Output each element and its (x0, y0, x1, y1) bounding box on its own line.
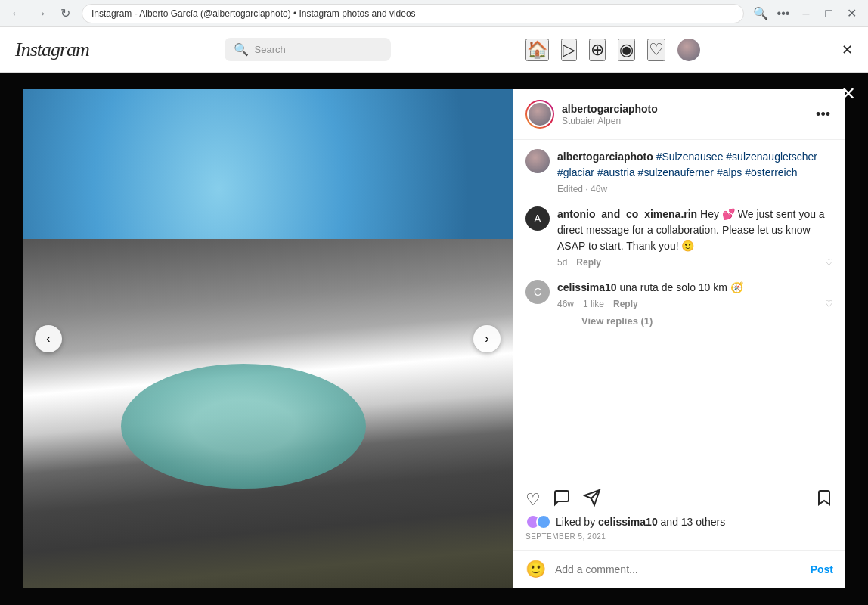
search-icon: 🔍 (234, 42, 249, 57)
comment-2-username[interactable]: celissima10 (557, 281, 617, 293)
search-bar[interactable]: 🔍 Search (225, 38, 391, 61)
comment-2-meta: 46w 1 like Reply ♡ (557, 299, 833, 309)
main-content: Instagram 🔍 Search 🏠 ▷ ⊕ ◉ ♡ ✕ ‹ › (0, 27, 868, 605)
instagram-header: Instagram 🔍 Search 🏠 ▷ ⊕ ◉ ♡ ✕ (0, 27, 868, 73)
next-photo-button[interactable]: › (473, 325, 501, 352)
action-icons: ♡ (525, 482, 833, 514)
chevron-right-icon: › (485, 332, 488, 346)
comment-1-content: antonio_and_co_ximena.rin Hey 💕 We just … (557, 206, 833, 268)
heart-action-icon: ♡ (525, 490, 541, 510)
emoji-button[interactable]: 🙂 (525, 560, 546, 579)
browser-actions: 🔍 ••• – □ ✕ (750, 3, 862, 24)
post-avatar-ring (525, 100, 554, 129)
post-header: albertogarciaphoto Stubaier Alpen ••• (513, 89, 845, 140)
comment-1-text: antonio_and_co_ximena.rin Hey 💕 We just … (557, 206, 833, 254)
comment-2-content: celissima10 una ruta de solo 10 km 🧭 46w… (557, 280, 833, 327)
comment-1-reply-button[interactable]: Reply (576, 257, 601, 268)
back-button[interactable]: ← (6, 3, 27, 24)
prev-photo-button[interactable]: ‹ (35, 325, 62, 352)
likes-avatar-stack (525, 514, 547, 529)
close-modal-top[interactable]: ✕ (842, 42, 853, 58)
caption-username[interactable]: albertogarciaphoto (557, 150, 653, 163)
header-nav: 🏠 ▷ ⊕ ◉ ♡ (525, 39, 700, 61)
likes-info: Liked by celissima10 and 13 others (525, 514, 833, 529)
modal-container: ‹ › albertogarciaphoto Stubaier Alpen (23, 89, 845, 588)
heart-icon[interactable]: ♡ (647, 39, 665, 61)
mountain-photo (23, 89, 513, 588)
comment-1-like-button[interactable]: ♡ (825, 257, 833, 268)
likes-avatar-2 (536, 514, 551, 529)
minimize-button[interactable]: – (795, 3, 817, 24)
edited-note: Edited · 46w (557, 184, 833, 194)
zoom-button[interactable]: 🔍 (750, 3, 771, 24)
page-title: Instagram - Alberto García (@albertogarc… (91, 8, 416, 19)
post-more-button[interactable]: ••• (813, 104, 833, 126)
view-replies-text: View replies (1) (581, 315, 653, 327)
comment-2-avatar: C (525, 280, 550, 304)
explore-icon[interactable]: ▷ (561, 39, 577, 61)
instagram-logo: Instagram (15, 39, 89, 61)
photo-side: ‹ › (23, 89, 513, 588)
view-replies[interactable]: View replies (1) (557, 315, 833, 327)
post-location: Stubaier Alpen (562, 116, 805, 126)
chevron-left-icon: ‹ (46, 332, 50, 346)
search-placeholder: Search (255, 44, 286, 55)
bookmark-button[interactable] (815, 489, 833, 511)
liked-by-label: Liked by (556, 516, 595, 528)
comment-2-body: una ruta de solo 10 km 🧭 (620, 281, 743, 293)
details-side: albertogarciaphoto Stubaier Alpen ••• (513, 89, 845, 588)
emoji-icon: 🙂 (525, 560, 546, 579)
comment-2-like-button[interactable]: ♡ (825, 299, 833, 309)
maximize-button[interactable]: □ (818, 3, 839, 24)
comment-2-reply-button[interactable]: Reply (613, 299, 638, 309)
profile-avatar[interactable] (677, 39, 700, 61)
home-icon[interactable]: 🏠 (525, 39, 549, 61)
share-button[interactable] (583, 489, 601, 511)
replies-line (557, 321, 575, 321)
caption-text: albertogarciaphoto #Sulzenausee #sulzena… (557, 149, 833, 181)
likes-text: Liked by celissima10 and 13 others (556, 516, 725, 528)
comment-action-icon (553, 489, 571, 511)
browser-controls: ← → ↻ (6, 3, 76, 24)
like-button[interactable]: ♡ (525, 490, 541, 510)
comment-2-time: 46w (557, 299, 574, 309)
comment-1: A antonio_and_co_ximena.rin Hey 💕 We jus… (525, 206, 833, 268)
reels-icon[interactable]: ◉ (618, 39, 635, 61)
create-icon[interactable]: ⊕ (589, 39, 606, 61)
more-options-icon: ••• (816, 107, 830, 122)
post-info: albertogarciaphoto Stubaier Alpen (562, 103, 805, 126)
comment-1-username[interactable]: antonio_and_co_ximena.rin (557, 208, 697, 220)
post-date: September 5, 2021 (525, 529, 833, 544)
liked-by-user[interactable]: celissima10 (598, 516, 658, 528)
post-username[interactable]: albertogarciaphoto (562, 103, 805, 115)
post-comment-button[interactable]: Post (811, 563, 833, 576)
close-window-button[interactable]: ✕ (841, 3, 862, 24)
comment-2-likes: 1 like (583, 299, 604, 309)
bookmark-action-icon (815, 489, 833, 511)
liked-by-others: and 13 others (661, 516, 726, 528)
comment-2-text: celissima10 una ruta de solo 10 km 🧭 (557, 280, 833, 296)
comment-1-time: 5d (557, 257, 567, 268)
caption-avatar (525, 149, 550, 173)
comment-input[interactable] (555, 563, 801, 576)
comment-input-area: 🙂 Post (513, 550, 845, 588)
share-action-icon (583, 489, 601, 511)
comment-1-meta: 5d Reply ♡ (557, 257, 833, 268)
post-avatar (527, 101, 553, 127)
caption-comment: albertogarciaphoto #Sulzenausee #sulzena… (525, 149, 833, 194)
refresh-button[interactable]: ↻ (54, 3, 76, 24)
forward-button[interactable]: → (30, 3, 51, 24)
comments-section[interactable]: albertogarciaphoto #Sulzenausee #sulzena… (513, 140, 845, 476)
comment-2: C celissima10 una ruta de solo 10 km 🧭 4… (525, 280, 833, 327)
caption-content: albertogarciaphoto #Sulzenausee #sulzena… (557, 149, 833, 194)
address-bar[interactable]: Instagram - Alberto García (@albertogarc… (82, 4, 744, 23)
comment-1-avatar: A (525, 206, 550, 231)
post-actions: ♡ (513, 476, 845, 550)
browser-chrome: ← → ↻ Instagram - Alberto García (@alber… (0, 0, 868, 27)
photo-modal-background: ‹ › albertogarciaphoto Stubaier Alpen (0, 73, 868, 605)
more-button[interactable]: ••• (773, 3, 794, 24)
comment-button[interactable] (553, 489, 571, 511)
close-modal-button[interactable]: ✕ (841, 85, 856, 103)
